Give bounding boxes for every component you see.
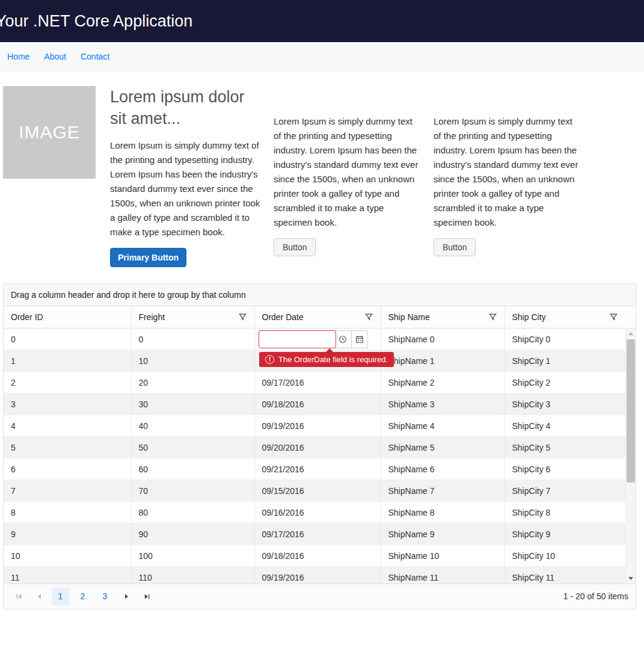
order-date-cell[interactable]: 09/15/2016 xyxy=(254,480,381,502)
column-header-freight[interactable]: Freight xyxy=(131,306,254,328)
hero-card-1: Lorem Ipsum is simply dummy text of the … xyxy=(274,86,422,256)
ship-city-cell[interactable]: ShipCity 8 xyxy=(504,502,625,523)
last-page-icon xyxy=(143,593,151,600)
order-id-cell[interactable]: 7 xyxy=(4,480,131,502)
scrollbar-thumb[interactable] xyxy=(627,339,635,483)
order-date-cell[interactable]: 09/19/2016 xyxy=(254,567,381,584)
grid-row: 99009/17/2016ShipName 9ShipCity 9 xyxy=(4,523,625,545)
freight-cell[interactable]: 70 xyxy=(131,480,254,502)
card-button-2[interactable]: Button xyxy=(434,238,476,256)
order-date-cell[interactable]: 09/17/2016 xyxy=(254,372,381,393)
column-header-ship-name[interactable]: Ship Name xyxy=(381,306,504,328)
order-date-cell[interactable] xyxy=(254,329,381,350)
order-date-cell[interactable]: 09/16/2016 xyxy=(254,502,381,523)
order-id-cell[interactable]: 0 xyxy=(4,329,131,350)
scroll-down-button[interactable] xyxy=(626,573,636,584)
order-id-cell[interactable]: 2 xyxy=(4,372,131,393)
order-id-cell[interactable]: 9 xyxy=(4,523,131,545)
ship-city-cell[interactable]: ShipCity 7 xyxy=(504,480,625,502)
app-title: Your .NET Core Application xyxy=(0,12,192,31)
ship-city-cell[interactable]: ShipCity 2 xyxy=(504,372,625,393)
orderdate-input[interactable] xyxy=(259,330,336,348)
freight-cell[interactable]: 80 xyxy=(131,502,254,523)
pager-page-1[interactable]: 1 xyxy=(52,588,69,605)
grid-row: 1111009/19/2016ShipName 11ShipCity 11 xyxy=(4,567,625,584)
column-header-ship-city[interactable]: Ship City xyxy=(504,306,625,328)
column-label: Ship City xyxy=(512,312,546,322)
freight-cell[interactable]: 50 xyxy=(131,437,254,458)
order-date-cell[interactable]: 09/18/2016 xyxy=(254,393,381,415)
freight-cell[interactable]: 100 xyxy=(131,545,254,567)
order-date-cell[interactable]: 09/21/2016 xyxy=(254,458,381,480)
ship-city-cell[interactable]: ShipCity 1 xyxy=(504,350,625,372)
nav-item-home[interactable]: Home xyxy=(7,52,29,61)
order-id-cell[interactable]: 3 xyxy=(4,393,131,415)
nav-item-about[interactable]: About xyxy=(44,52,66,61)
grid-group-drop-area[interactable]: Drag a column header and drop it here to… xyxy=(4,284,636,306)
scroll-up-button[interactable] xyxy=(626,329,636,339)
freight-cell[interactable]: 110 xyxy=(131,567,254,584)
ship-city-cell[interactable]: ShipCity 0 xyxy=(504,329,625,350)
ship-name-cell[interactable]: ShipName 2 xyxy=(381,372,504,393)
order-id-cell[interactable]: 5 xyxy=(4,437,131,458)
filter-icon-ship-name[interactable] xyxy=(488,312,497,321)
order-id-cell[interactable]: 10 xyxy=(4,545,131,567)
hero-main-column: Lorem ipsum dolor sit amet... Lorem Ipsu… xyxy=(110,86,262,267)
filter-icon-freight[interactable] xyxy=(238,312,247,321)
ship-name-cell[interactable]: ShipName 4 xyxy=(381,415,504,437)
freight-cell[interactable]: 0 xyxy=(131,329,254,350)
order-date-cell[interactable]: 09/20/2016 xyxy=(254,437,381,458)
ship-name-cell[interactable]: ShipName 9 xyxy=(381,523,504,545)
order-id-cell[interactable]: 4 xyxy=(4,415,131,437)
ship-name-cell[interactable]: ShipName 8 xyxy=(381,502,504,523)
order-id-cell[interactable]: 6 xyxy=(4,458,131,480)
ship-city-cell[interactable]: ShipCity 3 xyxy=(504,393,625,415)
time-picker-button[interactable] xyxy=(335,331,351,348)
ship-city-cell[interactable]: ShipCity 4 xyxy=(504,415,625,437)
ship-name-cell[interactable]: ShipName 1 xyxy=(381,350,504,372)
filter-icon-ship-city[interactable] xyxy=(609,312,618,321)
filter-icon-order-date[interactable] xyxy=(364,312,373,321)
freight-cell[interactable]: 30 xyxy=(131,393,254,415)
nav-item-contact[interactable]: Contact xyxy=(81,52,109,61)
ship-city-cell[interactable]: ShipCity 6 xyxy=(504,458,625,480)
card-button-1[interactable]: Button xyxy=(274,238,316,256)
date-picker-button[interactable] xyxy=(351,331,367,348)
ship-name-cell[interactable]: ShipName 3 xyxy=(381,393,504,415)
app-header-bar: Your .NET Core Application xyxy=(0,0,644,42)
ship-name-cell[interactable]: ShipName 0 xyxy=(381,329,504,350)
pager-page-2[interactable]: 2 xyxy=(74,588,91,605)
pager-page-3[interactable]: 3 xyxy=(96,588,114,605)
freight-cell[interactable]: 10 xyxy=(131,350,254,372)
freight-cell[interactable]: 40 xyxy=(131,415,254,437)
pager-prev-button[interactable] xyxy=(31,588,47,604)
ship-city-cell[interactable]: ShipCity 11 xyxy=(504,567,625,584)
order-date-cell[interactable]: 09/17/2016 xyxy=(254,523,381,545)
order-id-cell[interactable]: 8 xyxy=(4,502,131,523)
ship-name-cell[interactable]: ShipName 5 xyxy=(381,437,504,458)
ship-city-cell[interactable]: ShipCity 9 xyxy=(504,523,625,545)
pager-first-button[interactable] xyxy=(11,588,26,604)
freight-cell[interactable]: 60 xyxy=(131,458,254,480)
ship-name-cell[interactable]: ShipName 10 xyxy=(381,545,504,567)
hero-heading: Lorem ipsum dolor sit amet... xyxy=(110,86,262,130)
grid-row: 22009/17/2016ShipName 2ShipCity 2 xyxy=(4,372,625,393)
ship-name-cell[interactable]: ShipName 6 xyxy=(381,458,504,480)
column-header-order-id[interactable]: Order ID xyxy=(4,306,131,328)
freight-cell[interactable]: 20 xyxy=(131,372,254,393)
column-header-order-date[interactable]: Order Date xyxy=(254,306,381,328)
ship-city-cell[interactable]: ShipCity 10 xyxy=(504,545,625,567)
order-id-cell[interactable]: 1 xyxy=(4,350,131,372)
order-id-cell[interactable]: 11 xyxy=(4,567,131,584)
order-date-cell[interactable]: 09/19/2016 xyxy=(254,415,381,437)
grid-header-row: Order ID Freight Order Date Ship Name Sh… xyxy=(4,306,636,329)
order-date-cell[interactable]: 09/18/2016 xyxy=(254,545,381,567)
ship-name-cell[interactable]: ShipName 11 xyxy=(381,567,504,584)
pager-last-button[interactable] xyxy=(139,588,155,604)
freight-cell[interactable]: 90 xyxy=(131,523,254,545)
primary-button[interactable]: Primary Button xyxy=(110,248,186,267)
ship-name-cell[interactable]: ShipName 7 xyxy=(381,480,504,502)
ship-city-cell[interactable]: ShipCity 5 xyxy=(504,437,625,458)
pager-next-button[interactable] xyxy=(118,588,134,604)
grid-vertical-scrollbar[interactable] xyxy=(625,329,636,584)
